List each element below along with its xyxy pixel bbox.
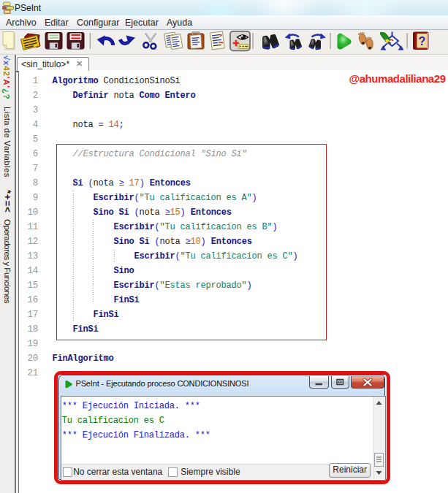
svg-text:?: ?	[419, 35, 426, 47]
